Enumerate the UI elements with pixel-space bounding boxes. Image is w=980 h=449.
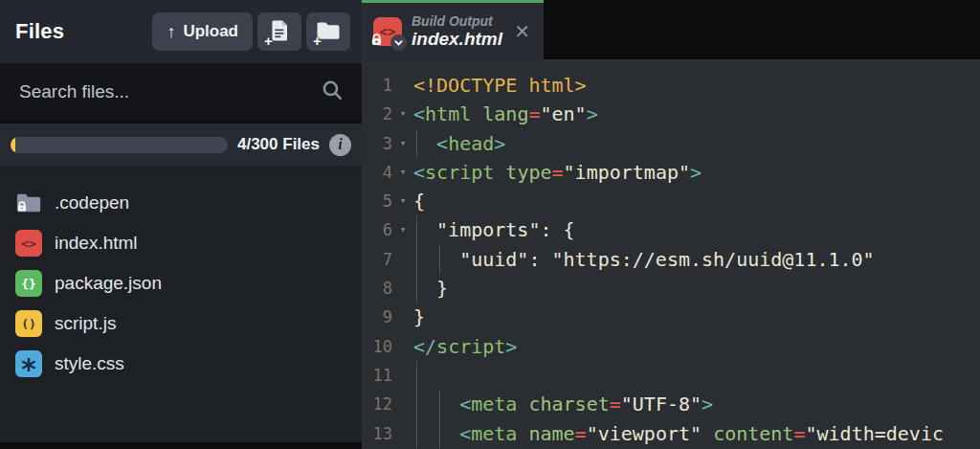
search-input[interactable]: [17, 80, 321, 103]
upload-button[interactable]: ↑ Upload: [152, 12, 253, 51]
file-item-package-json[interactable]: {}package.json: [0, 263, 362, 303]
line-number: 2: [362, 100, 392, 128]
line-number: 5: [362, 187, 392, 215]
fold-gutter: [392, 332, 413, 361]
code-line-11[interactable]: 11: [362, 361, 980, 390]
file-type-icon: {}: [15, 270, 42, 297]
code-line-4[interactable]: 4▾<script type="importmap">: [362, 158, 980, 187]
file-name-label: .codepen: [55, 192, 129, 213]
search-bar: [0, 63, 362, 123]
line-number: 4: [362, 158, 392, 187]
code-text: }: [413, 274, 980, 303]
fold-arrow-icon[interactable]: ▾: [392, 215, 413, 244]
html-file-icon: <>: [373, 17, 402, 46]
tab-titles: Build Output index.html: [412, 13, 501, 49]
code-text: </script>: [413, 332, 980, 361]
upload-arrow-icon: ↑: [167, 23, 175, 40]
file-name-label: package.json: [55, 273, 162, 294]
file-item-codepen[interactable]: .codepen: [0, 183, 362, 223]
code-text: }: [413, 303, 980, 331]
code-line-6[interactable]: 6▾ "imports": {: [362, 215, 980, 244]
file-item-style-css[interactable]: *style.css: [0, 344, 362, 384]
file-list: .codepen<>index.html{}package.json()scri…: [0, 166, 362, 449]
indent-guide: [439, 245, 440, 274]
code-line-12[interactable]: 12 <meta charset="UTF-8">: [362, 390, 980, 418]
info-icon[interactable]: i: [329, 134, 351, 156]
file-item-index-html[interactable]: <>index.html: [0, 223, 362, 263]
indent-guide: [416, 245, 417, 274]
fold-gutter: [392, 419, 413, 448]
indent-guide: [416, 419, 417, 448]
indent-guide: [439, 390, 440, 418]
indent-guide: [416, 274, 417, 303]
storage-count-label: 4/300 Files: [237, 135, 320, 154]
code-line-9[interactable]: 9}: [362, 303, 980, 331]
fold-gutter: [392, 274, 413, 303]
fold-arrow-icon[interactable]: ▾: [392, 129, 413, 158]
code-text: <head>: [413, 129, 980, 158]
code-line-10[interactable]: 10</script>: [362, 332, 980, 361]
plus-icon: +: [264, 34, 273, 48]
fold-arrow-icon[interactable]: ▾: [392, 158, 413, 187]
close-tab-icon[interactable]: ✕: [510, 20, 534, 43]
code-text: <meta name="viewport" content="width=dev…: [413, 419, 980, 448]
code-text: <meta charset="UTF-8">: [413, 390, 980, 418]
fold-arrow-icon[interactable]: ▾: [392, 100, 413, 128]
editor-tab-bar: <> Build Output: [362, 0, 980, 59]
file-name-label: script.js: [55, 313, 116, 334]
sidebar-header: Files ↑ Upload +: [0, 0, 362, 63]
storage-meter: 4/300 Files i: [0, 123, 362, 166]
code-line-1[interactable]: 1<!DOCTYPE html>: [362, 71, 980, 100]
indent-guide: [416, 129, 417, 158]
tab-group-label: Build Output: [412, 13, 501, 29]
line-number: 12: [362, 390, 392, 418]
plus-icon: +: [313, 34, 322, 48]
line-number: 9: [362, 303, 392, 331]
app-window: Files ↑ Upload +: [0, 0, 980, 449]
code-editor-pane: <> Build Output: [362, 0, 980, 449]
code-text: <script type="importmap">: [413, 158, 980, 187]
line-number: 6: [362, 215, 392, 244]
storage-progress-track: [11, 137, 228, 153]
fold-gutter: [392, 390, 413, 418]
line-number: 10: [362, 332, 392, 361]
new-folder-button[interactable]: +: [306, 12, 350, 51]
file-name-label: index.html: [55, 233, 138, 254]
line-number: 3: [362, 129, 392, 158]
new-file-button[interactable]: +: [257, 12, 301, 51]
indent-guide: [416, 215, 417, 244]
tab-filename: index.html: [412, 29, 501, 49]
indent-guide: [439, 419, 440, 448]
code-text: [413, 361, 980, 390]
code-line-3[interactable]: 3▾ <head>: [362, 129, 980, 158]
bottom-divider: [0, 442, 362, 449]
code-line-2[interactable]: 2▾<html lang="en">: [362, 100, 980, 128]
code-line-7[interactable]: 7 "uuid": "https://esm.sh/uuid@11.1.0": [362, 245, 980, 274]
chevron-down-icon[interactable]: [390, 34, 407, 51]
code-text: "imports": {: [413, 215, 980, 244]
locked-folder-icon: [15, 190, 42, 216]
code-line-13[interactable]: 13 <meta name="viewport" content="width=…: [362, 419, 980, 448]
search-icon: [321, 79, 345, 106]
line-number: 13: [362, 419, 392, 448]
code-area[interactable]: 1<!DOCTYPE html>2▾<html lang="en">3▾ <he…: [362, 59, 980, 449]
file-type-icon: <>: [15, 230, 42, 257]
sidebar-title: Files: [15, 19, 147, 44]
files-sidebar: Files ↑ Upload +: [0, 0, 362, 449]
fold-arrow-icon[interactable]: ▾: [392, 187, 413, 215]
code-text: <html lang="en">: [413, 100, 980, 128]
line-number: 1: [362, 71, 392, 100]
line-number: 7: [362, 245, 392, 274]
line-number: 11: [362, 361, 392, 390]
code-text: <!DOCTYPE html>: [413, 71, 980, 100]
code-text: {: [413, 187, 980, 215]
code-line-5[interactable]: 5▾{: [362, 187, 980, 215]
lock-icon: [370, 34, 383, 49]
fold-gutter: [392, 245, 413, 274]
code-line-8[interactable]: 8 }: [362, 274, 980, 303]
fold-gutter: [392, 361, 413, 390]
code-text: "uuid": "https://esm.sh/uuid@11.1.0": [413, 245, 980, 274]
storage-progress-fill: [11, 137, 15, 153]
tab-index-html[interactable]: <> Build Output: [362, 0, 544, 59]
file-item-script-js[interactable]: ()script.js: [0, 303, 362, 344]
